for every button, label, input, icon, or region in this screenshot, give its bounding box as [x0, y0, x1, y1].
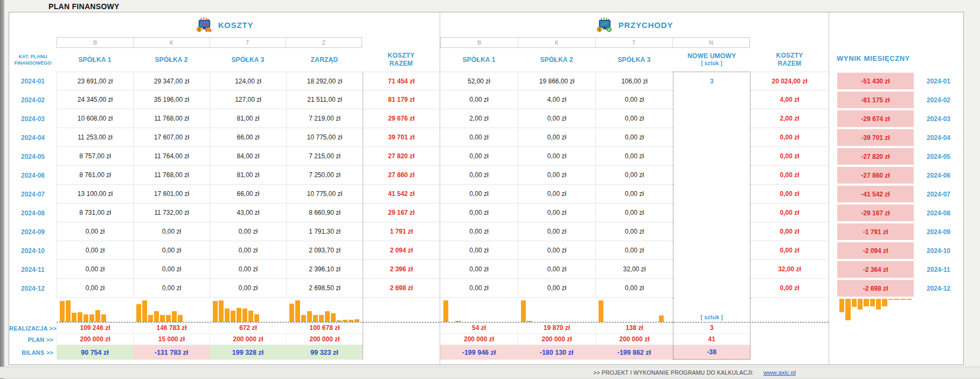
koszty-value-cell: 8 660,90 zł: [286, 203, 363, 222]
wynik-month-label: 2024-02: [914, 96, 963, 104]
koszty-value-cell: 0,00 zł: [57, 222, 133, 241]
axic-link[interactable]: www.axic.pl: [763, 369, 796, 376]
razem-empty-cell: [750, 322, 829, 334]
przychody-value-cell: 52,00 zł: [440, 72, 518, 90]
wynik-month-label: 2024-01: [914, 78, 963, 85]
wynik-value-cell: -29 674 zł: [837, 110, 914, 127]
koszty-value-cell: 10 775,00 zł: [286, 128, 363, 147]
koszty-razem-cell: 2 698 zł: [363, 279, 440, 298]
month-label: 2024-02: [9, 90, 57, 109]
koszty-value-cell: 0,00 zł: [133, 279, 210, 298]
wynik-row: -1 791 zł2024-09: [829, 222, 963, 241]
chart-bar: [172, 311, 177, 322]
koszty-value-cell: 2 698,50 zł: [286, 279, 363, 298]
koszty-realizacja-row: REALIZACJA >>109 246 zł146 783 zł672 zł1…: [9, 322, 440, 334]
koszty-value-cell: 0,00 zł: [133, 241, 210, 260]
przychody-value-cell: 19 866,00 zł: [518, 72, 595, 90]
koszty-col-zarzad: ZARZĄD: [286, 56, 363, 64]
koszty-value-cell: 0,00 zł: [57, 260, 133, 279]
przychody-realizacja-cell: 138 zł: [595, 322, 673, 334]
przychody-value-cell: 0,00 zł: [518, 185, 595, 203]
chart-bar: [894, 299, 899, 300]
koszty-razem-cell: 41 542 zł: [363, 185, 440, 203]
przychody-value-cell: 0,00 zł: [518, 241, 595, 260]
koszty-realizacja-cell: 109 246 zł: [57, 322, 133, 334]
przychody-razem-cell: 32,00 zł: [750, 260, 829, 279]
przychody-bilans-cell: -38: [673, 345, 750, 360]
wynik-month-label: 2024-03: [914, 115, 963, 123]
wynik-title: WYNIK MIESIĘCZNY: [837, 54, 910, 62]
wynik-value-cell: -2 698 zł: [837, 280, 914, 297]
column-letter: N: [672, 38, 749, 47]
chart-bar: [289, 304, 294, 322]
przychody-razem-cell: 0,00 zł: [750, 128, 829, 147]
przychody-charts: [ sztuk ]: [440, 298, 829, 322]
koszty-table-row: 2024-058 757,00 zł11 764,00 zł84,00 zł7 …: [9, 147, 440, 166]
koszty-col-spolka2: SPÓŁKA 2: [133, 56, 210, 64]
koszty-value-cell: 7 250,00 zł: [286, 166, 363, 185]
column-letter: K: [518, 38, 595, 47]
month-label: 2024-06: [9, 166, 57, 185]
chart-bar: [295, 300, 300, 322]
chart-bar: [154, 311, 159, 322]
przychody-value-cell: 2,00 zł: [440, 109, 518, 128]
przychody-table-row: 0,00 zł0,00 zł0,00 zł0,00 zł: [440, 147, 829, 166]
month-label: 2024-01: [9, 72, 57, 90]
przychody-plan-cell: 200 000 zł: [440, 334, 518, 345]
przychody-table-row: 0,00 zł0,00 zł0,00 zł0,00 zł: [440, 279, 829, 298]
przychody-value-cell: 0,00 zł: [440, 185, 518, 203]
chart-bar: [599, 300, 603, 322]
wynik-month-label: 2024-07: [914, 191, 963, 198]
koszty-icon: $ !: [196, 17, 213, 32]
przychody-realizacja-cell: 19 870 zł: [518, 322, 595, 334]
koszty-plan-cell: 200 000 zł: [210, 334, 286, 345]
wynik-row: -27 860 zł2024-06: [829, 166, 963, 185]
koszty-plan-cell: 200 000 zł: [286, 334, 363, 345]
koszty-table-row: 2024-0411 253,00 zł17 607,00 zł66,00 zł1…: [9, 128, 440, 147]
przychody-spolka3-minichart: [595, 299, 673, 322]
chart-bar: [876, 299, 881, 310]
przychody-table-row: 2,00 zł0,00 zł0,00 zł2,00 zł: [440, 109, 829, 128]
chart-bar: [527, 321, 532, 322]
przychody-value-cell: 0,00 zł: [518, 260, 595, 279]
nowe-umowy-cell: 3: [673, 72, 750, 90]
koszty-spolka2-minichart: [133, 299, 210, 322]
koszty-value-cell: 11 764,00 zł: [133, 147, 210, 166]
koszty-charts: [9, 298, 440, 322]
chart-bar: [95, 310, 100, 322]
koszty-value-cell: 2 093,70 zł: [286, 241, 363, 260]
footer-credit: >> PROJEKT I WYKONANIE PROGRAMU DO KALKU…: [593, 369, 754, 376]
koszty-section: $ ! KOSZTY BKTZ KAT. PLANUFINANSOWEGO SP…: [9, 12, 440, 364]
przychody-plan-cell: 200 000 zł: [518, 334, 595, 345]
przychody-table-row: 0,00 zł0,00 zł0,00 zł0,00 zł: [440, 166, 829, 185]
chart-bar: [307, 311, 312, 322]
column-letter: Z: [286, 38, 362, 47]
koszty-bilans-cell: 99 323 zł: [286, 345, 363, 360]
koszty-realizacja-cell: 146 783 zł: [133, 322, 210, 334]
nowe-umowy-cell: [673, 128, 750, 147]
month-label: 2024-12: [9, 279, 57, 298]
chart-bar: [166, 315, 171, 322]
przychody-table-row: 0,00 zł0,00 zł0,00 zł0,00 zł: [440, 128, 829, 147]
footer: >> PROJEKT I WYKONANIE PROGRAMU DO KALKU…: [0, 367, 980, 378]
wynik-value-cell: -51 430 zł: [837, 73, 914, 89]
przychody-value-cell: 0,00 zł: [595, 128, 673, 147]
przychody-bilans-cell: -199 946 zł: [440, 345, 518, 360]
wynik-head: WYNIK MIESIĘCZNY: [829, 12, 963, 72]
window-left-edge: [0, 0, 4, 379]
koszty-table-row: 2024-0224 345,00 zł35 196,00 zł127,00 zł…: [9, 90, 440, 109]
main-panel: $ ! KOSZTY BKTZ KAT. PLANUFINANSOWEGO SP…: [9, 12, 964, 365]
chart-bar: [219, 300, 224, 322]
koszty-value-cell: 1 791,30 zł: [286, 222, 363, 241]
nowe-umowy-cell: [673, 147, 750, 166]
koszty-value-cell: 2 396,10 zł: [286, 260, 363, 279]
bilans-label: BILANS >>: [9, 349, 57, 356]
przychody-table-row: 0,00 zł0,00 zł0,00 zł0,00 zł: [440, 185, 829, 203]
przychody-title: PRZYCHODY: [618, 20, 673, 30]
nowe-umowy-cell: [673, 90, 750, 109]
przychody-realizacja-cell: 3: [673, 322, 750, 334]
chart-bar: [160, 315, 165, 322]
nowe-umowy-cell: [673, 222, 750, 241]
chart-bar: [237, 308, 241, 322]
nowe-umowy-cell: [673, 185, 750, 203]
